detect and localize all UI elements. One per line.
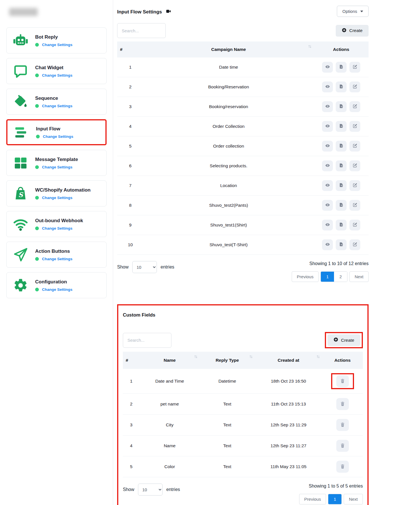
view-eye-button[interactable] [322, 180, 333, 191]
campaign-name-cell: Date time [143, 57, 314, 77]
status-dot-icon [35, 196, 39, 200]
delete-button[interactable] [336, 440, 349, 452]
page-size-select[interactable]: 10 [138, 484, 163, 496]
sidebar-item-configuration[interactable]: ConfigurationChange Settings [6, 272, 107, 298]
sort-icon[interactable] [194, 355, 198, 360]
change-settings-link[interactable]: Change Settings [42, 104, 73, 108]
campaigns-search-input[interactable] [117, 23, 166, 38]
view-eye-button[interactable] [322, 141, 333, 152]
showing-entries-text: Showing 1 to 10 of 12 entries [309, 261, 369, 266]
sort-icon[interactable] [308, 44, 312, 50]
delete-button[interactable] [336, 375, 349, 387]
export-icon [339, 183, 344, 188]
pagination-page-1[interactable]: 1 [328, 494, 341, 504]
row-number: 9 [117, 215, 143, 235]
pagination-page-1[interactable]: 1 [321, 272, 334, 282]
edit-icon [353, 143, 357, 149]
custom-fields-table-body: 1Date and TimeDatetime18th Oct 23 16:502… [123, 369, 363, 477]
export-button[interactable] [336, 180, 347, 191]
shopify-bag-icon: S [13, 186, 28, 201]
custom-fields-create-button[interactable]: Create [327, 334, 360, 346]
column-header-reply-type[interactable]: Reply Type [200, 352, 255, 369]
options-button[interactable]: Options [337, 6, 369, 17]
sidebar: Bot ReplyChange SettingsChat WidgetChang… [0, 0, 113, 505]
column-header-name[interactable]: Name [140, 352, 200, 369]
pagination-page-2[interactable]: 2 [334, 272, 347, 282]
export-button[interactable] [336, 160, 347, 171]
edit-button[interactable] [349, 101, 360, 112]
sort-icon[interactable] [249, 355, 253, 360]
edit-button[interactable] [349, 81, 360, 92]
change-settings-link[interactable]: Change Settings [42, 196, 73, 200]
change-settings-link[interactable]: Change Settings [42, 165, 73, 169]
view-eye-button[interactable] [322, 239, 333, 250]
sidebar-item-sequence[interactable]: SequenceChange Settings [6, 89, 107, 115]
trash-icon [340, 422, 345, 428]
edit-button[interactable] [349, 62, 360, 73]
delete-button[interactable] [336, 461, 349, 473]
change-settings-link[interactable]: Change Settings [43, 134, 73, 139]
column-header-num[interactable]: # [123, 352, 140, 369]
export-button[interactable] [336, 239, 347, 250]
view-eye-button[interactable] [322, 101, 333, 112]
export-button[interactable] [336, 121, 347, 132]
video-camera-icon[interactable] [166, 9, 171, 15]
pagination-next-button[interactable]: Next [344, 494, 363, 504]
view-eye-button[interactable] [322, 200, 333, 211]
change-settings-link[interactable]: Change Settings [42, 43, 73, 47]
sidebar-item-action-buttons[interactable]: Action ButtonsChange Settings [6, 242, 107, 268]
delete-button[interactable] [336, 398, 349, 410]
row-number: 6 [117, 156, 143, 176]
export-button[interactable] [336, 62, 347, 73]
campaign-row: 3Booking/reservation [117, 97, 369, 117]
edit-button[interactable] [349, 239, 360, 250]
created-at-cell: 12th Sep 23 11:29 [255, 415, 322, 436]
sidebar-item-wc-shopify-automation[interactable]: SWC/Shopify AutomationChange Settings [6, 180, 107, 206]
export-button[interactable] [336, 101, 347, 112]
edit-button[interactable] [349, 121, 360, 132]
export-button[interactable] [336, 141, 347, 152]
view-eye-button[interactable] [322, 160, 333, 171]
sidebar-item-out-bound-webhook[interactable]: Out-bound WebhookChange Settings [6, 211, 107, 237]
sidebar-item-message-template[interactable]: Message TemplateChange Settings [6, 150, 107, 176]
edit-button[interactable] [349, 141, 360, 152]
custom-fields-table-footer: Show 10 entries Showing 1 to 5 of 5 entr… [123, 484, 363, 504]
column-header-created-at[interactable]: Created at [255, 352, 322, 369]
edit-button[interactable] [349, 220, 360, 230]
pagination-previous-button[interactable]: Previous [292, 271, 319, 282]
column-header-campaign-name[interactable]: Campaign Name [143, 41, 314, 57]
export-icon [339, 84, 344, 90]
sidebar-item-title: Message Template [35, 157, 78, 162]
change-settings-link[interactable]: Change Settings [42, 73, 73, 77]
column-header-num[interactable]: # [117, 41, 143, 57]
robot-icon [13, 33, 28, 48]
edit-button[interactable] [349, 200, 360, 211]
sidebar-item-bot-reply[interactable]: Bot ReplyChange Settings [6, 27, 107, 53]
change-settings-link[interactable]: Change Settings [42, 257, 73, 261]
custom-fields-search-input[interactable] [123, 333, 171, 348]
sort-icon[interactable] [316, 355, 320, 360]
page-size-select[interactable]: 10 [132, 261, 157, 273]
change-settings-link[interactable]: Change Settings [42, 226, 73, 230]
export-button[interactable] [336, 220, 347, 230]
pagination-previous-button[interactable]: Previous [299, 494, 326, 504]
pagination-next-button[interactable]: Next [349, 271, 369, 282]
row-number: 7 [117, 176, 143, 196]
create-button-label: Create [341, 338, 354, 343]
campaigns-create-button[interactable]: Create [336, 25, 369, 37]
delete-button[interactable] [336, 419, 349, 431]
view-eye-button[interactable] [322, 121, 333, 132]
view-eye-button[interactable] [322, 62, 333, 73]
sidebar-item-chat-widget[interactable]: Chat WidgetChange Settings [6, 58, 107, 84]
row-number: 3 [123, 415, 140, 436]
delete-button-highlight-box [331, 373, 354, 389]
export-button[interactable] [336, 200, 347, 211]
change-settings-link[interactable]: Change Settings [42, 287, 73, 292]
view-eye-button[interactable] [322, 81, 333, 92]
view-eye-button[interactable] [322, 220, 333, 230]
edit-button[interactable] [349, 160, 360, 171]
edit-button[interactable] [349, 180, 360, 191]
page-title: Input Flow Settings [117, 9, 162, 15]
sidebar-item-input-flow[interactable]: Input FlowChange Settings [6, 119, 107, 145]
export-button[interactable] [336, 81, 347, 92]
